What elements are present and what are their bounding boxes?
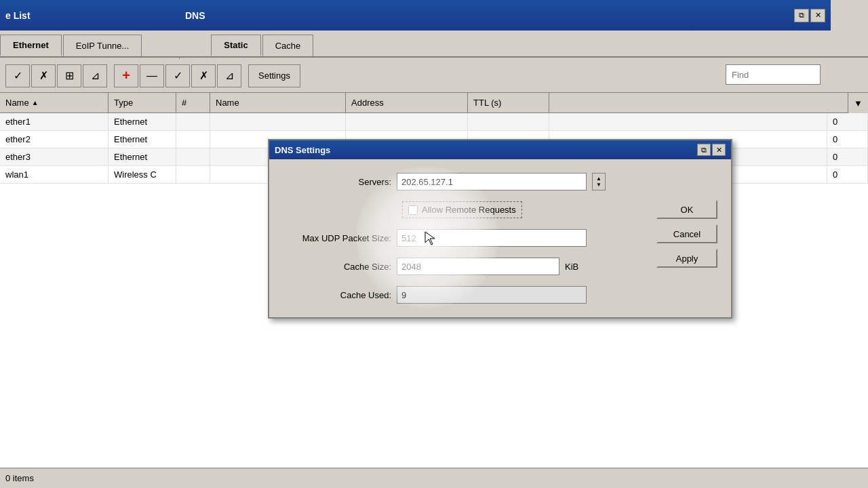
- copy-toolbar-btn[interactable]: ⊞: [57, 64, 81, 87]
- check-toolbar-btn[interactable]: ✓: [5, 64, 30, 87]
- dialog-restore-btn[interactable]: ⧉: [697, 144, 711, 156]
- enable-toolbar-btn[interactable]: ✓: [165, 64, 190, 87]
- dns-close-btn[interactable]: ✕: [810, 9, 825, 22]
- cell-name: ether1: [0, 113, 108, 130]
- table-header: Name ▲ Type # Name Address TTL (s) ▼: [0, 93, 868, 113]
- col-header-namecol: Name: [210, 93, 346, 113]
- table-row[interactable]: ether1 Ethernet 0: [0, 113, 868, 131]
- cell-name: ether3: [0, 148, 108, 165]
- cell-ttl: [468, 113, 549, 130]
- cache-size-label: Cache Size:: [283, 262, 391, 272]
- dns-settings-dialog: DNS Settings ⧉ ✕ Servers: ▲ ▼ Allow Remo…: [268, 139, 732, 319]
- uncheck-toolbar-btn[interactable]: ✗: [31, 64, 56, 87]
- col-header-hash: #: [176, 93, 210, 113]
- tab-ethernet[interactable]: Ethernet: [0, 35, 62, 56]
- max-udp-label: Max UDP Packet Size:: [283, 233, 391, 243]
- settings-button[interactable]: Settings: [248, 64, 300, 87]
- col-header-type: Type: [108, 93, 176, 113]
- cell-type: Ethernet: [108, 148, 176, 165]
- cell-hash: [176, 113, 210, 130]
- filter-toolbar-btn[interactable]: ⊿: [83, 64, 107, 87]
- right-tabs: Static Cache: [211, 35, 315, 56]
- sort-indicator: ▲: [32, 99, 39, 106]
- dns-window-title: DNS: [185, 10, 794, 21]
- servers-row: Servers: ▲ ▼: [283, 173, 717, 190]
- scroll-right-btn[interactable]: ▼: [848, 93, 868, 113]
- filter-dns-btn[interactable]: ⊿: [217, 64, 241, 87]
- col-header-name: Name ▲: [0, 93, 108, 113]
- left-window-titlebar: e List: [0, 0, 180, 30]
- left-window-title: e List: [5, 10, 31, 21]
- cell-rest: [549, 113, 827, 130]
- cell-rx: 0: [827, 113, 868, 130]
- allow-remote-checkbox[interactable]: [408, 205, 418, 215]
- cache-used-row: Cache Used:: [283, 286, 717, 304]
- dialog-actions: OK Cancel Apply: [656, 200, 717, 268]
- tab-static[interactable]: Static: [211, 35, 260, 56]
- cell-address: [346, 113, 468, 130]
- cell-namecol: [210, 113, 346, 130]
- dialog-window-controls: ⧉ ✕: [697, 144, 726, 156]
- cache-used-label: Cache Used:: [283, 290, 391, 300]
- dns-window-controls: ⧉ ✕: [794, 9, 825, 22]
- cache-size-row: Cache Size: KiB: [283, 258, 717, 275]
- apply-button[interactable]: Apply: [656, 249, 717, 268]
- find-input[interactable]: [726, 64, 821, 85]
- disable-toolbar-btn[interactable]: ✗: [191, 64, 216, 87]
- cell-rx: 0: [827, 148, 868, 165]
- max-udp-row: Max UDP Packet Size:: [283, 229, 717, 247]
- allow-remote-label: Allow Remote Requests: [422, 205, 516, 215]
- ok-button[interactable]: OK: [656, 200, 717, 219]
- dialog-titlebar: DNS Settings ⧉ ✕: [269, 140, 731, 159]
- left-tabs: Ethernet EoIP Tunne...: [0, 35, 143, 56]
- allow-remote-row: Allow Remote Requests: [283, 201, 717, 218]
- cell-hash: [176, 148, 210, 165]
- remove-toolbar-btn[interactable]: —: [140, 64, 164, 87]
- servers-label: Servers:: [283, 177, 391, 187]
- tab-cache[interactable]: Cache: [262, 35, 314, 56]
- cancel-button[interactable]: Cancel: [656, 224, 717, 243]
- cache-size-input[interactable]: [397, 258, 559, 275]
- servers-input[interactable]: [397, 173, 587, 190]
- tab-eoip[interactable]: EoIP Tunne...: [63, 35, 142, 56]
- cell-name: wlan1: [0, 166, 108, 183]
- cell-type: Ethernet: [108, 113, 176, 130]
- col-header-rest: [549, 93, 868, 113]
- cache-used-input: [397, 286, 587, 304]
- dialog-close-btn[interactable]: ✕: [712, 144, 726, 156]
- cell-name: ether2: [0, 131, 108, 148]
- status-bar: 0 items: [0, 468, 868, 488]
- servers-spinner[interactable]: ▲ ▼: [592, 173, 606, 190]
- cell-type: Ethernet: [108, 131, 176, 148]
- toolbar: ✓ ✗ ⊞ ⊿ + — ✓ ✗ ⊿ Settings: [0, 59, 868, 93]
- cell-hash: [176, 166, 210, 183]
- col-header-ttl: TTL (s): [468, 93, 549, 113]
- allow-remote-container: Allow Remote Requests: [402, 201, 522, 218]
- cache-size-unit: KiB: [565, 262, 578, 272]
- cell-type: Wireless C: [108, 166, 176, 183]
- status-text: 0 items: [5, 473, 34, 483]
- col-header-address: Address: [346, 93, 468, 113]
- cell-rx: 0: [827, 166, 868, 183]
- max-udp-input[interactable]: [397, 229, 587, 247]
- dialog-title: DNS Settings: [275, 145, 697, 155]
- cell-rx: 0: [827, 131, 868, 148]
- dns-titlebar: DNS ⧉ ✕: [180, 0, 831, 30]
- add-toolbar-btn[interactable]: +: [114, 64, 138, 87]
- tab-bar: Ethernet EoIP Tunne... Static Cache: [0, 30, 868, 58]
- dns-restore-btn[interactable]: ⧉: [794, 9, 809, 22]
- dialog-body: Servers: ▲ ▼ Allow Remote Requests Max U…: [269, 159, 731, 317]
- cell-hash: [176, 131, 210, 148]
